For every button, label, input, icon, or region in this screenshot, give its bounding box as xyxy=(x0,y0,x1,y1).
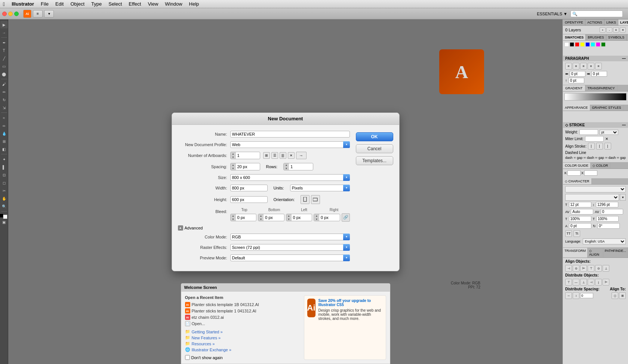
dist-top[interactable]: ⊤ xyxy=(565,279,572,286)
char-tt-small[interactable]: Tt xyxy=(573,230,580,237)
dist-h-center[interactable]: | xyxy=(595,279,602,286)
getting-started-link[interactable]: 📁 Getting Started » xyxy=(185,329,296,334)
select-tool[interactable]: ▶ xyxy=(0,21,8,28)
bleed-link-btn[interactable]: 🔗 xyxy=(342,213,350,222)
align-stroke-inside[interactable]: | xyxy=(588,143,595,149)
swatch-yellow[interactable] xyxy=(580,42,585,47)
minimize-button[interactable] xyxy=(8,12,13,16)
ok-button[interactable]: OK xyxy=(356,132,393,141)
align-left-edge[interactable]: ⊣ xyxy=(565,265,572,272)
exchange-link[interactable]: 🌐 Illustrator Exchange » xyxy=(185,347,296,352)
new-features-link[interactable]: 📁 New Features » xyxy=(185,335,296,340)
char-tt-btn[interactable]: TT xyxy=(565,230,572,237)
preview-select[interactable]: Default Pixel Overprint xyxy=(230,255,350,261)
tab-color-guide[interactable]: COLOR GUIDE xyxy=(563,163,591,169)
menu-select[interactable]: Select xyxy=(105,0,125,7)
bleed-bottom-down[interactable]: ▼ xyxy=(258,218,264,221)
bleed-right-down[interactable]: ▼ xyxy=(314,218,319,221)
artboard-col-btn[interactable]: ||| xyxy=(280,152,286,159)
stroke-header[interactable]: ◇ STROKE — xyxy=(563,122,628,128)
font-style-arrow[interactable]: ▾ xyxy=(620,194,626,201)
swatch-red[interactable] xyxy=(575,42,579,47)
height-input[interactable] xyxy=(230,196,268,203)
mesh-tool[interactable]: ⊞ xyxy=(0,138,8,145)
tab-actions[interactable]: ACTIONS xyxy=(585,19,604,25)
stroke-unit-select[interactable]: pt px xyxy=(600,130,618,135)
artboards-down[interactable]: ▼ xyxy=(231,155,236,159)
tab-color[interactable]: ◇ COLOR xyxy=(591,163,610,169)
artboards-input[interactable] xyxy=(236,152,257,158)
portrait-btn[interactable] xyxy=(301,195,310,204)
paragraph-header[interactable]: PARAGRAPH — xyxy=(563,56,628,61)
rows-up[interactable]: ▲ xyxy=(284,163,289,167)
tab-gradient[interactable]: GRADIENT xyxy=(563,85,585,91)
stroke-color[interactable] xyxy=(3,215,7,219)
align-left-btn[interactable]: ≡ xyxy=(565,63,572,70)
artboard-grid-btn[interactable]: ⊞ xyxy=(263,152,270,159)
dont-show-checkbox[interactable] xyxy=(185,355,190,360)
width-input[interactable] xyxy=(230,185,268,191)
tab-symbols[interactable]: SYMBOLS xyxy=(606,34,627,40)
cancel-button[interactable]: Cancel xyxy=(356,144,393,153)
language-select[interactable]: English: USA xyxy=(583,238,626,244)
k-input[interactable] xyxy=(567,170,581,176)
kern-input[interactable] xyxy=(571,209,593,215)
pencil-tool[interactable]: ✏ xyxy=(0,88,8,96)
apple-menu[interactable]:  xyxy=(3,1,5,7)
menu-illustrator[interactable]: Illustrator xyxy=(9,0,37,7)
maximize-button[interactable] xyxy=(14,12,19,16)
size-select[interactable]: 800 x 600 1024 x 768 1280 x 800 xyxy=(230,174,350,181)
type-tool[interactable]: T xyxy=(0,47,8,54)
layers-action-2[interactable]: - xyxy=(606,27,612,33)
menu-view[interactable]: View xyxy=(145,0,161,7)
advanced-toggle[interactable]: ▲ Advanced xyxy=(178,225,350,231)
swatch-black[interactable] xyxy=(570,42,574,47)
open-link[interactable]: 📄 Open... xyxy=(185,321,296,326)
swatch-blue[interactable] xyxy=(585,42,590,47)
dist-space-v[interactable]: ↕ xyxy=(573,292,579,299)
align-bottom-edge[interactable]: ⊥ xyxy=(603,265,609,272)
align-right-edge[interactable]: ⊢ xyxy=(580,265,587,272)
warp-tool[interactable]: ≈ xyxy=(0,114,8,121)
tab-graphic-styles[interactable]: GRAPHIC STYLES xyxy=(590,105,624,111)
tab-opentype[interactable]: OPENTYPE xyxy=(563,19,585,25)
blend-tool[interactable]: ∞ xyxy=(0,122,8,129)
close-button[interactable] xyxy=(2,12,7,16)
dist-v-center[interactable]: — xyxy=(573,279,579,286)
layers-action-1[interactable]: + xyxy=(600,27,606,33)
justify-all-btn[interactable]: ≡ xyxy=(595,63,602,70)
tab-layers[interactable]: LAYERS xyxy=(618,19,628,25)
direct-select-tool[interactable]: → xyxy=(0,29,8,36)
scale-tool[interactable]: ⇲ xyxy=(0,104,8,111)
bleed-left-input[interactable] xyxy=(292,215,307,220)
symbol-tool[interactable]: ✦ xyxy=(0,155,8,163)
name-input[interactable] xyxy=(230,131,350,138)
dist-right[interactable]: ⊢ xyxy=(603,279,609,286)
artboards-up[interactable]: ▲ xyxy=(231,152,236,155)
rotate-tool[interactable]: ↻ xyxy=(0,96,8,104)
indent-right-input[interactable] xyxy=(591,71,607,77)
dist-left[interactable]: ⊣ xyxy=(588,279,594,286)
spacing-down[interactable]: ▼ xyxy=(231,167,236,170)
column-tool[interactable]: ▌ xyxy=(0,163,8,171)
bleed-bottom-input[interactable] xyxy=(264,215,279,220)
hand-tool[interactable]: ✋ xyxy=(0,195,8,202)
spacing-input[interactable] xyxy=(236,164,257,170)
units-select[interactable]: Pixels Points Inches Millimeters xyxy=(290,185,350,191)
stroke-weight-input[interactable] xyxy=(579,129,598,135)
dist-space-input[interactable] xyxy=(580,293,593,298)
paint-tool[interactable]: ⬤ xyxy=(0,70,8,78)
brush-tool[interactable]: 🖌 xyxy=(0,80,8,88)
swatch-green[interactable] xyxy=(601,42,606,47)
tab-appearance[interactable]: APPEARANCE xyxy=(563,105,590,111)
space-before-input[interactable] xyxy=(569,78,584,83)
gradient-tool[interactable]: ◧ xyxy=(0,145,8,153)
tab-transparency[interactable]: TRANSPARENCY xyxy=(585,85,618,91)
vscale-input[interactable] xyxy=(596,216,619,222)
artboard-custom-btn[interactable]: ✕ xyxy=(288,152,295,159)
font-size-input[interactable] xyxy=(569,202,591,207)
resources-link[interactable]: 📁 Resources » xyxy=(185,341,296,346)
toolbar-btn-1[interactable]: ≡ xyxy=(33,10,43,18)
eraser-tool[interactable]: ◻ xyxy=(0,179,8,186)
swatch-magenta[interactable] xyxy=(596,42,600,47)
